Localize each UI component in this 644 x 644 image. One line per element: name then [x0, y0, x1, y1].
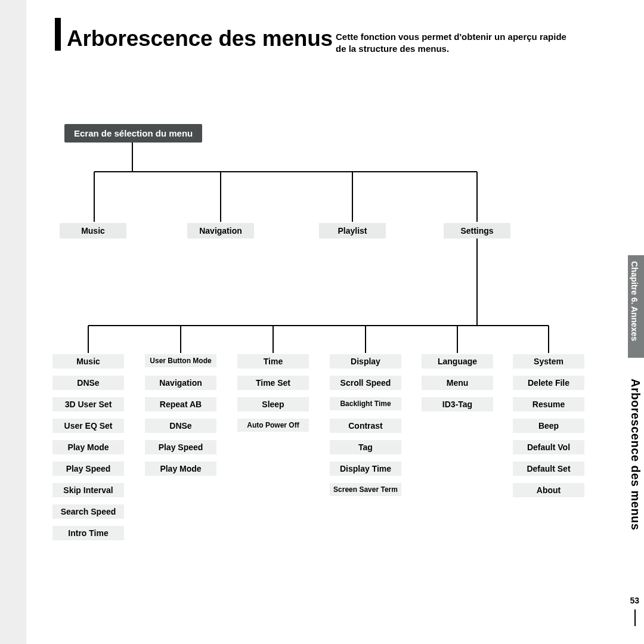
settings-col-header: User Button Mode	[145, 354, 216, 367]
settings-item: Tag	[330, 440, 401, 454]
page-number-bar	[634, 609, 636, 626]
settings-item: Screen Saver Term	[330, 483, 401, 496]
settings-item: DNSe	[52, 376, 124, 390]
settings-col-header: Language	[422, 354, 493, 369]
page-subtitle: Cette fonction vous permet d'obtenir un …	[336, 31, 574, 54]
settings-col-header: Music	[52, 354, 124, 369]
side-chapter-tab: Chapitre 6. Annexes	[628, 255, 644, 358]
settings-item: Auto Power Off	[237, 419, 309, 432]
settings-item: Navigation	[145, 376, 216, 390]
side-section-label: Arborescence des menus	[630, 379, 642, 530]
settings-item: Play Speed	[52, 462, 124, 476]
settings-item: Play Speed	[145, 440, 216, 454]
settings-item: Beep	[513, 419, 584, 433]
settings-item: Display Time	[330, 462, 401, 476]
settings-item: Time Set	[237, 376, 309, 390]
settings-item: Resume	[513, 397, 584, 411]
left-gutter	[0, 0, 26, 644]
settings-col-header: System	[513, 354, 584, 369]
settings-item: Default Set	[513, 462, 584, 476]
settings-item: Sleep	[237, 397, 309, 411]
settings-item: Play Mode	[52, 440, 124, 454]
page-number: 53	[630, 596, 639, 605]
page-title: Arborescence des menus	[67, 27, 333, 49]
settings-col-header: Display	[330, 354, 401, 369]
settings-item: Backlight Time	[330, 397, 401, 410]
settings-item: Delete File	[513, 376, 584, 390]
side-chapter-label: Chapitre 6. Annexes	[630, 261, 639, 341]
settings-item: Skip Interval	[52, 483, 124, 497]
settings-item: Repeat AB	[145, 397, 216, 411]
page: Arborescence des menus Cette fonction vo…	[0, 0, 644, 644]
settings-col-header: Time	[237, 354, 309, 369]
topmenu-music: Music	[60, 223, 126, 239]
settings-item: 3D User Set	[52, 397, 124, 411]
settings-item: Scroll Speed	[330, 376, 401, 390]
settings-item: Menu	[422, 376, 493, 390]
settings-item: Contrast	[330, 419, 401, 433]
settings-item: Intro Time	[52, 526, 124, 540]
settings-item: Default Vol	[513, 440, 584, 454]
menu-root-label: Ecran de sélection du menu	[64, 124, 202, 143]
title-accent-bar	[55, 18, 61, 51]
topmenu-navigation: Navigation	[187, 223, 254, 239]
settings-item: Play Mode	[145, 462, 216, 476]
settings-item: DNSe	[145, 419, 216, 433]
topmenu-settings: Settings	[444, 223, 510, 239]
settings-item: About	[513, 483, 584, 497]
settings-item: Search Speed	[52, 504, 124, 519]
settings-item: User EQ Set	[52, 419, 124, 433]
settings-item: ID3-Tag	[422, 397, 493, 411]
tree-connectors	[0, 0, 644, 644]
topmenu-playlist: Playlist	[319, 223, 386, 239]
